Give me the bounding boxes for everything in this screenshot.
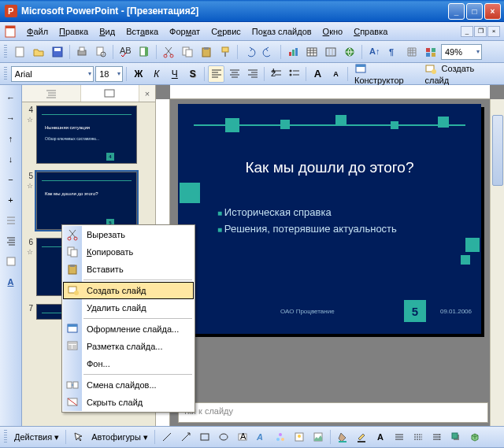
spellcheck-button[interactable]: ABC: [117, 43, 134, 61]
vertical-scrollbar[interactable]: [490, 99, 504, 426]
undo-button[interactable]: [241, 43, 258, 61]
arrow-style-button[interactable]: [428, 428, 446, 446]
grid-button[interactable]: [403, 43, 421, 61]
demote-button[interactable]: →: [3, 110, 19, 126]
toolbar-handle[interactable]: [4, 67, 7, 81]
new-slide-toolbar-button[interactable]: Создать слайд: [421, 63, 500, 85]
select-button[interactable]: [69, 428, 87, 446]
expand-button[interactable]: +: [3, 192, 19, 208]
context-design[interactable]: Оформление слайда...: [63, 320, 194, 338]
bullets-button[interactable]: [286, 65, 302, 83]
decrease-font-button[interactable]: A: [328, 65, 344, 83]
research-button[interactable]: [135, 43, 153, 61]
autoshapes-menu[interactable]: Автофигуры ▾: [88, 432, 151, 442]
toolbar-handle[interactable]: [4, 430, 7, 444]
move-down-button[interactable]: ↓: [3, 151, 19, 167]
menu-tools[interactable]: Сервис: [206, 24, 246, 39]
thumbnail-slide-5[interactable]: 5☆ Как мы дошли до этого? 5: [24, 172, 154, 230]
format-painter-button[interactable]: [217, 43, 234, 61]
line-style-button[interactable]: [391, 428, 408, 446]
horizontal-ruler[interactable]: [170, 85, 490, 99]
font-size-combo[interactable]: 18: [95, 66, 123, 82]
increase-font-button[interactable]: A: [309, 65, 326, 83]
collapse-all-button[interactable]: [3, 213, 19, 228]
insert-hyperlink-button[interactable]: [341, 43, 358, 61]
print-button[interactable]: [73, 43, 91, 61]
wordart-button[interactable]: A: [253, 428, 270, 446]
menu-window[interactable]: Окно: [317, 24, 349, 39]
expand-all-button[interactable]: Α↑: [365, 43, 383, 61]
insert-chart-button[interactable]: [284, 43, 302, 61]
slide-body[interactable]: Историческая справка Решения, потерявшие…: [217, 206, 458, 239]
minimize-button[interactable]: _: [448, 3, 465, 20]
thumbnail-slide-4[interactable]: 4☆ Нынешняя ситуация Обзор ключевых сост…: [24, 106, 154, 164]
menu-insert[interactable]: Вставка: [120, 24, 164, 39]
menu-format[interactable]: Формат: [164, 24, 206, 39]
close-pane-button[interactable]: ×: [139, 85, 155, 102]
actions-menu[interactable]: Действия ▾: [11, 432, 62, 442]
3d-style-button[interactable]: [466, 428, 484, 446]
save-button[interactable]: [49, 43, 66, 61]
move-up-button[interactable]: ↑: [3, 131, 19, 146]
line-button[interactable]: [158, 428, 176, 446]
outline-tab[interactable]: [22, 85, 81, 102]
numbering-button[interactable]: 12: [268, 65, 284, 83]
redo-button[interactable]: [260, 43, 277, 61]
context-layout[interactable]: Разметка слайда...: [63, 338, 194, 355]
menu-file[interactable]: Файл: [21, 24, 54, 39]
underline-button[interactable]: Ч: [166, 65, 183, 83]
tables-borders-button[interactable]: [322, 43, 339, 61]
mdi-minimize-button[interactable]: _: [461, 26, 473, 37]
context-cut[interactable]: Вырезать: [63, 226, 194, 243]
paste-button[interactable]: [198, 43, 215, 61]
menu-slideshow[interactable]: Показ слайдов: [246, 24, 317, 39]
toolbar-handle[interactable]: [4, 45, 7, 59]
context-background[interactable]: Фон...: [63, 355, 194, 372]
maximize-button[interactable]: □: [466, 3, 483, 20]
slides-tab[interactable]: [81, 85, 140, 102]
insert-table-button[interactable]: [303, 43, 321, 61]
align-right-button[interactable]: [244, 65, 261, 83]
context-delete-slide[interactable]: Удалить слайд: [63, 299, 194, 317]
mdi-close-button[interactable]: ×: [487, 26, 500, 37]
shadow-button[interactable]: S: [184, 65, 201, 83]
bold-button[interactable]: Ж: [130, 65, 146, 83]
align-left-button[interactable]: [208, 65, 224, 83]
dash-style-button[interactable]: [410, 428, 427, 446]
color-button[interactable]: [422, 43, 439, 61]
expand-all-outline-button[interactable]: [3, 233, 19, 249]
clipart-button[interactable]: [291, 428, 308, 446]
font-name-combo[interactable]: Arial: [11, 66, 94, 82]
open-button[interactable]: [30, 43, 47, 61]
context-paste[interactable]: Вставить: [63, 261, 194, 278]
context-hide-slide[interactable]: Скрыть слайд: [63, 394, 194, 411]
current-slide[interactable]: Как мы дошли до этого? Историческая спра…: [178, 104, 481, 334]
menu-help[interactable]: Справка: [348, 24, 393, 39]
print-preview-button[interactable]: [92, 43, 109, 61]
textbox-button[interactable]: A: [234, 428, 251, 446]
cut-button[interactable]: [160, 43, 177, 61]
menu-edit[interactable]: Правка: [54, 24, 94, 39]
font-color-button[interactable]: A: [372, 428, 389, 446]
copy-button[interactable]: [179, 43, 196, 61]
arrow-button[interactable]: [177, 428, 195, 446]
align-center-button[interactable]: [226, 65, 243, 83]
context-new-slide[interactable]: Создать слайд: [63, 282, 194, 299]
close-button[interactable]: ×: [484, 3, 501, 20]
line-color-button[interactable]: [353, 428, 370, 446]
rectangle-button[interactable]: [196, 428, 213, 446]
notes-pane[interactable]: тки к слайду: [178, 402, 488, 423]
promote-button[interactable]: ←: [3, 90, 19, 106]
slide-title[interactable]: Как мы дошли до этого?: [209, 159, 450, 176]
designer-button[interactable]: Конструктор: [351, 63, 421, 85]
show-formatting-button[interactable]: ¶: [384, 43, 402, 61]
show-formatting-outline-button[interactable]: A: [3, 274, 19, 290]
shadow-style-button[interactable]: [447, 428, 465, 446]
italic-button[interactable]: К: [148, 65, 165, 83]
fill-color-button[interactable]: [334, 428, 351, 446]
summary-slide-button[interactable]: [3, 254, 19, 269]
context-transition[interactable]: Смена слайдов...: [63, 376, 194, 394]
oval-button[interactable]: [215, 428, 232, 446]
collapse-button[interactable]: −: [3, 172, 19, 187]
new-button[interactable]: [11, 43, 28, 61]
